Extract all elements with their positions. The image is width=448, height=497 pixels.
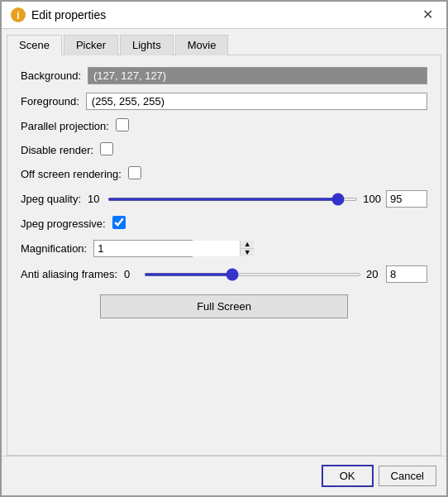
foreground-label: Foreground: [21, 95, 79, 108]
jpeg-quality-row: Jpeg quality: 10 100 [21, 190, 427, 208]
magnification-input[interactable] [94, 241, 240, 256]
tab-lights[interactable]: Lights [120, 35, 174, 55]
disable-render-checkbox[interactable] [100, 142, 113, 155]
foreground-value-wrap [86, 93, 427, 110]
jpeg-progressive-value [112, 216, 427, 232]
anti-aliasing-slider-row: 0 20 [124, 265, 427, 283]
tab-picker[interactable]: Picker [64, 35, 118, 55]
anti-aliasing-max: 20 [366, 268, 381, 280]
background-value-wrap [88, 67, 427, 84]
magnification-row: Magnification: ▲ ▼ [21, 240, 427, 257]
anti-aliasing-controls: 0 20 [124, 265, 427, 283]
jpeg-quality-label: Jpeg quality: [21, 193, 81, 205]
magnification-spinbox: ▲ ▼ [93, 240, 193, 257]
magnification-spin-buttons: ▲ ▼ [240, 241, 254, 256]
jpeg-quality-slider-row: 10 100 [88, 190, 427, 208]
tab-movie[interactable]: Movie [175, 35, 229, 55]
jpeg-quality-controls: 10 100 [88, 190, 427, 208]
off-screen-label: Off screen rendering: [21, 168, 122, 180]
anti-aliasing-number[interactable] [386, 265, 427, 283]
anti-aliasing-label: Anti aliasing frames: [21, 268, 117, 280]
edit-properties-dialog: i Edit properties ✕ Scene Picker Lights … [0, 0, 448, 497]
parallel-projection-value [116, 118, 427, 134]
magnification-increment-button[interactable]: ▲ [241, 241, 254, 248]
disable-render-value [100, 142, 427, 158]
ok-button[interactable]: OK [322, 465, 374, 487]
jpeg-quality-max: 100 [363, 193, 381, 205]
content-area: Background: Foreground: Parallel project… [7, 55, 441, 456]
full-screen-row: Full Screen [21, 291, 427, 322]
magnification-label: Magnification: [21, 242, 87, 255]
anti-aliasing-slider[interactable] [144, 273, 361, 276]
parallel-projection-checkbox[interactable] [116, 118, 129, 131]
dialog-title: Edit properties [31, 8, 106, 22]
magnification-value-wrap: ▲ ▼ [93, 240, 427, 257]
off-screen-value [128, 166, 427, 182]
off-screen-row: Off screen rendering: [21, 166, 427, 182]
anti-aliasing-min: 0 [124, 268, 139, 280]
disable-render-row: Disable render: [21, 142, 427, 158]
background-label: Background: [21, 69, 81, 82]
title-bar-left: i Edit properties [10, 7, 106, 23]
magnification-decrement-button[interactable]: ▼ [241, 248, 254, 256]
dialog-icon: i [10, 7, 26, 23]
off-screen-checkbox[interactable] [128, 166, 141, 179]
parallel-projection-label: Parallel projection: [21, 120, 109, 132]
background-input[interactable] [88, 67, 427, 84]
foreground-row: Foreground: [21, 93, 427, 110]
jpeg-quality-min: 10 [88, 193, 102, 205]
tab-scene[interactable]: Scene [7, 35, 62, 55]
svg-text:i: i [17, 10, 19, 22]
bottom-bar: OK Cancel [2, 456, 446, 495]
parallel-projection-row: Parallel projection: [21, 118, 427, 134]
full-screen-button[interactable]: Full Screen [100, 294, 348, 318]
anti-aliasing-row: Anti aliasing frames: 0 20 [21, 265, 427, 283]
tab-bar: Scene Picker Lights Movie [2, 29, 446, 55]
jpeg-quality-slider[interactable] [107, 198, 358, 201]
cancel-button[interactable]: Cancel [379, 466, 436, 486]
close-button[interactable]: ✕ [417, 7, 438, 23]
jpeg-progressive-label: Jpeg progressive: [21, 217, 106, 230]
background-row: Background: [21, 67, 427, 84]
disable-render-label: Disable render: [21, 144, 93, 156]
jpeg-quality-number[interactable] [386, 190, 427, 208]
foreground-input[interactable] [86, 93, 427, 110]
title-bar: i Edit properties ✕ [2, 2, 446, 29]
jpeg-progressive-checkbox[interactable] [112, 216, 126, 229]
jpeg-progressive-row: Jpeg progressive: [21, 216, 427, 232]
